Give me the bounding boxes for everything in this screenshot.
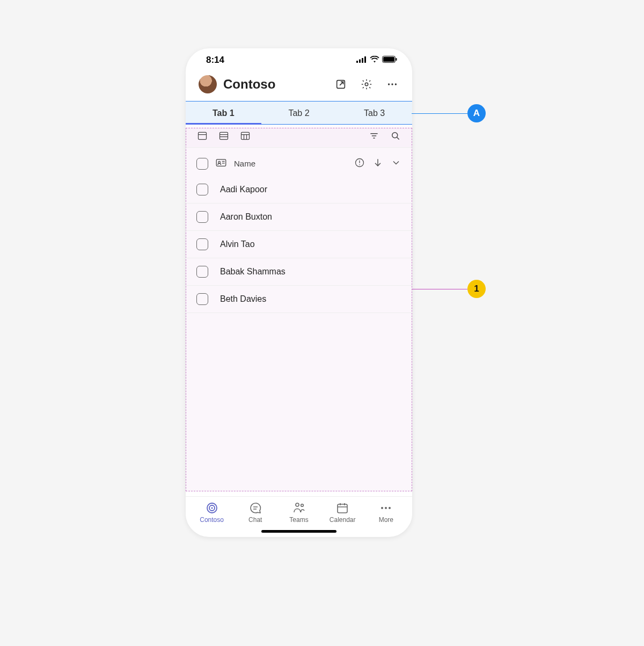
svg-point-40 xyxy=(301,504,304,507)
row-checkbox[interactable] xyxy=(196,238,208,250)
view-option-3-icon[interactable] xyxy=(239,130,251,142)
svg-point-11 xyxy=(395,83,397,85)
teams-icon xyxy=(292,501,306,515)
more-icon xyxy=(379,501,393,515)
svg-rect-0 xyxy=(356,61,358,63)
svg-point-27 xyxy=(218,161,221,163)
list-rows: Aadi Kapoor Aaron Buxton Alvin Tao Babak… xyxy=(186,176,412,313)
view-option-2-icon[interactable] xyxy=(218,130,230,142)
filter-icon[interactable] xyxy=(368,130,380,142)
svg-rect-5 xyxy=(383,57,394,62)
row-name: Beth Davies xyxy=(220,294,266,304)
tab-3[interactable]: Tab 3 xyxy=(336,101,412,124)
nav-teams[interactable]: Teams xyxy=(280,501,318,524)
callout-badge-a: A xyxy=(467,104,486,122)
list-header: Name xyxy=(186,148,412,176)
phone-frame: 8:14 Contoso Tab 1 Tab 2 Tab xyxy=(186,48,412,537)
svg-point-36 xyxy=(211,507,213,509)
avatar[interactable] xyxy=(199,75,217,93)
nav-label: More xyxy=(379,516,393,524)
open-external-icon[interactable] xyxy=(334,77,348,91)
status-indicators xyxy=(356,55,397,66)
status-bar: 8:14 xyxy=(186,48,412,72)
gear-icon[interactable] xyxy=(360,77,374,91)
row-name: Aaron Buxton xyxy=(220,212,272,222)
more-icon[interactable] xyxy=(385,77,399,91)
select-all-checkbox[interactable] xyxy=(196,158,208,170)
app-logo-icon xyxy=(205,501,219,515)
svg-point-9 xyxy=(388,83,390,85)
svg-rect-6 xyxy=(396,58,397,61)
chat-icon xyxy=(248,501,262,515)
nav-chat[interactable]: Chat xyxy=(236,501,275,524)
tabs: Tab 1 Tab 2 Tab 3 xyxy=(186,101,412,125)
row-checkbox[interactable] xyxy=(196,266,208,278)
view-option-1-icon[interactable] xyxy=(196,130,208,142)
svg-rect-17 xyxy=(241,132,250,139)
bottom-nav: Contoso Chat Teams Calendar More xyxy=(186,496,412,525)
nav-label: Teams xyxy=(289,516,308,524)
row-checkbox[interactable] xyxy=(196,184,208,195)
svg-point-46 xyxy=(385,507,387,509)
list-item[interactable]: Alvin Tao xyxy=(186,231,412,258)
nav-more[interactable]: More xyxy=(367,501,405,524)
callout-badge-1: 1 xyxy=(467,280,486,298)
info-icon[interactable] xyxy=(354,157,365,170)
list-item[interactable]: Beth Davies xyxy=(186,286,412,313)
battery-icon xyxy=(382,55,397,66)
callout-a: A xyxy=(412,104,486,122)
view-toolbar xyxy=(186,125,412,148)
list-item[interactable]: Aaron Buxton xyxy=(186,204,412,231)
nav-label: Contoso xyxy=(200,516,224,524)
page-title: Contoso xyxy=(223,77,327,92)
row-name: Aadi Kapoor xyxy=(220,185,267,194)
svg-line-25 xyxy=(397,137,399,140)
tab-2[interactable]: Tab 2 xyxy=(261,101,337,124)
svg-rect-2 xyxy=(362,58,363,63)
callout-1: 1 xyxy=(412,280,486,298)
chevron-down-icon[interactable] xyxy=(391,157,401,170)
list-item[interactable]: Babak Shammas xyxy=(186,258,412,286)
svg-point-8 xyxy=(365,83,368,86)
home-indicator xyxy=(261,530,336,533)
svg-point-39 xyxy=(296,503,299,506)
nav-label: Chat xyxy=(248,516,262,524)
row-checkbox[interactable] xyxy=(196,211,208,223)
svg-rect-14 xyxy=(220,132,228,139)
svg-point-45 xyxy=(381,507,383,509)
svg-point-10 xyxy=(391,83,393,85)
wifi-icon xyxy=(370,55,379,66)
row-name: Alvin Tao xyxy=(220,239,255,249)
nav-label: Calendar xyxy=(330,516,356,524)
list-item[interactable]: Aadi Kapoor xyxy=(186,176,412,204)
svg-point-47 xyxy=(389,507,391,509)
svg-rect-12 xyxy=(199,132,207,139)
column-header-name[interactable]: Name xyxy=(234,159,255,168)
status-time: 8:14 xyxy=(206,55,224,66)
app-header: Contoso xyxy=(186,72,412,101)
calendar-icon xyxy=(335,501,349,515)
search-icon[interactable] xyxy=(390,130,401,142)
row-checkbox[interactable] xyxy=(196,293,208,305)
row-name: Babak Shammas xyxy=(220,267,286,277)
svg-rect-26 xyxy=(216,159,226,166)
svg-rect-1 xyxy=(359,60,361,63)
cellular-icon xyxy=(356,55,367,66)
svg-rect-3 xyxy=(364,56,366,63)
nav-calendar[interactable]: Calendar xyxy=(323,501,362,524)
tab-1[interactable]: Tab 1 xyxy=(186,101,261,124)
svg-point-32 xyxy=(359,164,360,165)
svg-point-24 xyxy=(392,133,398,138)
sort-down-icon[interactable] xyxy=(372,157,383,170)
svg-rect-41 xyxy=(338,504,347,513)
contact-card-icon xyxy=(216,158,226,169)
nav-contoso[interactable]: Contoso xyxy=(193,501,231,524)
